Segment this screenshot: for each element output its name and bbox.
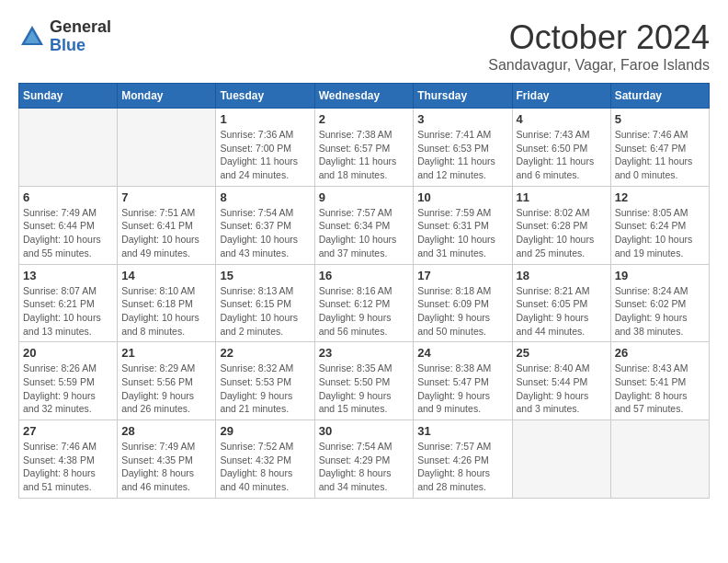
day-info: Sunrise: 7:41 AM Sunset: 6:53 PM Dayligh… [417, 128, 507, 182]
weekday-header-monday: Monday [118, 84, 216, 109]
calendar-cell: 6Sunrise: 7:49 AM Sunset: 6:44 PM Daylig… [19, 186, 118, 264]
logo-icon [18, 23, 46, 51]
logo-general: General [50, 18, 111, 37]
day-number: 21 [121, 346, 211, 360]
calendar-cell: 15Sunrise: 8:13 AM Sunset: 6:15 PM Dayli… [216, 264, 314, 342]
day-info: Sunrise: 7:54 AM Sunset: 4:29 PM Dayligh… [319, 440, 410, 494]
calendar-cell: 31Sunrise: 7:57 AM Sunset: 4:26 PM Dayli… [414, 420, 512, 499]
day-info: Sunrise: 7:52 AM Sunset: 4:32 PM Dayligh… [220, 440, 310, 494]
calendar-week-row: 6Sunrise: 7:49 AM Sunset: 6:44 PM Daylig… [19, 186, 710, 264]
day-info: Sunrise: 8:07 AM Sunset: 6:21 PM Dayligh… [23, 284, 113, 339]
day-number: 22 [220, 346, 310, 360]
day-number: 6 [23, 190, 113, 204]
weekday-header-wednesday: Wednesday [314, 84, 414, 109]
day-info: Sunrise: 7:51 AM Sunset: 6:41 PM Dayligh… [121, 206, 211, 260]
calendar-cell: 30Sunrise: 7:54 AM Sunset: 4:29 PM Dayli… [314, 420, 414, 499]
day-number: 23 [319, 346, 410, 360]
calendar-cell: 10Sunrise: 7:59 AM Sunset: 6:31 PM Dayli… [414, 186, 512, 264]
calendar-week-row: 20Sunrise: 8:26 AM Sunset: 5:59 PM Dayli… [19, 342, 710, 420]
day-number: 17 [417, 269, 507, 282]
month-title: October 2024 [488, 18, 710, 57]
calendar-cell: 24Sunrise: 8:38 AM Sunset: 5:47 PM Dayli… [414, 342, 512, 420]
calendar-cell: 9Sunrise: 7:57 AM Sunset: 6:34 PM Daylig… [314, 186, 414, 264]
logo-text: General Blue [50, 18, 111, 55]
day-info: Sunrise: 8:35 AM Sunset: 5:50 PM Dayligh… [319, 362, 410, 416]
day-number: 26 [615, 346, 705, 360]
calendar-cell: 16Sunrise: 8:16 AM Sunset: 6:12 PM Dayli… [314, 264, 414, 342]
logo-blue: Blue [50, 37, 111, 55]
day-number: 13 [23, 269, 113, 282]
calendar-cell: 23Sunrise: 8:35 AM Sunset: 5:50 PM Dayli… [314, 342, 414, 420]
day-info: Sunrise: 8:32 AM Sunset: 5:53 PM Dayligh… [220, 362, 310, 416]
day-info: Sunrise: 8:05 AM Sunset: 6:24 PM Dayligh… [615, 206, 705, 260]
day-info: Sunrise: 8:02 AM Sunset: 6:28 PM Dayligh… [517, 206, 607, 260]
day-info: Sunrise: 8:40 AM Sunset: 5:44 PM Dayligh… [517, 362, 607, 416]
day-number: 18 [517, 269, 607, 282]
calendar-cell: 21Sunrise: 8:29 AM Sunset: 5:56 PM Dayli… [118, 342, 216, 420]
day-info: Sunrise: 8:18 AM Sunset: 6:09 PM Dayligh… [417, 284, 507, 339]
day-number: 19 [615, 269, 705, 282]
day-number: 31 [417, 424, 507, 438]
page-header: General Blue October 2024 Sandavagur, Va… [18, 18, 710, 74]
weekday-header-thursday: Thursday [414, 84, 512, 109]
calendar-cell [19, 109, 118, 187]
calendar-cell: 1Sunrise: 7:36 AM Sunset: 7:00 PM Daylig… [216, 109, 314, 187]
day-number: 11 [517, 190, 607, 204]
day-info: Sunrise: 7:57 AM Sunset: 6:34 PM Dayligh… [319, 206, 410, 260]
day-number: 8 [220, 190, 310, 204]
day-info: Sunrise: 8:29 AM Sunset: 5:56 PM Dayligh… [121, 362, 211, 416]
day-number: 27 [23, 424, 113, 438]
day-info: Sunrise: 8:16 AM Sunset: 6:12 PM Dayligh… [319, 284, 410, 339]
calendar-cell [610, 420, 709, 499]
calendar-cell: 11Sunrise: 8:02 AM Sunset: 6:28 PM Dayli… [512, 186, 610, 264]
calendar-cell: 22Sunrise: 8:32 AM Sunset: 5:53 PM Dayli… [216, 342, 314, 420]
day-number: 25 [517, 346, 607, 360]
calendar-cell: 27Sunrise: 7:46 AM Sunset: 4:38 PM Dayli… [19, 420, 118, 499]
day-number: 16 [319, 269, 410, 282]
calendar-cell: 26Sunrise: 8:43 AM Sunset: 5:41 PM Dayli… [610, 342, 709, 420]
day-info: Sunrise: 7:38 AM Sunset: 6:57 PM Dayligh… [319, 128, 410, 182]
day-number: 20 [23, 346, 113, 360]
day-info: Sunrise: 7:49 AM Sunset: 4:35 PM Dayligh… [121, 440, 211, 494]
day-info: Sunrise: 8:43 AM Sunset: 5:41 PM Dayligh… [615, 362, 705, 416]
calendar-cell: 12Sunrise: 8:05 AM Sunset: 6:24 PM Dayli… [610, 186, 709, 264]
weekday-header-sunday: Sunday [19, 84, 118, 109]
calendar-table: SundayMondayTuesdayWednesdayThursdayFrid… [18, 83, 710, 499]
day-number: 5 [615, 112, 705, 126]
day-info: Sunrise: 7:46 AM Sunset: 4:38 PM Dayligh… [23, 440, 113, 494]
day-info: Sunrise: 8:10 AM Sunset: 6:18 PM Dayligh… [121, 284, 211, 339]
day-number: 30 [319, 424, 410, 438]
calendar-cell [118, 109, 216, 187]
day-number: 2 [319, 112, 410, 126]
day-number: 12 [615, 190, 705, 204]
day-number: 24 [417, 346, 507, 360]
day-number: 10 [417, 190, 507, 204]
calendar-cell: 29Sunrise: 7:52 AM Sunset: 4:32 PM Dayli… [216, 420, 314, 499]
calendar-cell: 18Sunrise: 8:21 AM Sunset: 6:05 PM Dayli… [512, 264, 610, 342]
calendar-cell [512, 420, 610, 499]
day-info: Sunrise: 7:46 AM Sunset: 6:47 PM Dayligh… [615, 128, 705, 182]
calendar-cell: 28Sunrise: 7:49 AM Sunset: 4:35 PM Dayli… [118, 420, 216, 499]
day-number: 1 [220, 112, 310, 126]
calendar-cell: 2Sunrise: 7:38 AM Sunset: 6:57 PM Daylig… [314, 109, 414, 187]
calendar-cell: 13Sunrise: 8:07 AM Sunset: 6:21 PM Dayli… [19, 264, 118, 342]
day-info: Sunrise: 8:13 AM Sunset: 6:15 PM Dayligh… [220, 284, 310, 339]
calendar-cell: 25Sunrise: 8:40 AM Sunset: 5:44 PM Dayli… [512, 342, 610, 420]
day-info: Sunrise: 8:26 AM Sunset: 5:59 PM Dayligh… [23, 362, 113, 416]
day-info: Sunrise: 7:43 AM Sunset: 6:50 PM Dayligh… [517, 128, 607, 182]
day-number: 9 [319, 190, 410, 204]
day-info: Sunrise: 8:21 AM Sunset: 6:05 PM Dayligh… [517, 284, 607, 339]
day-info: Sunrise: 7:57 AM Sunset: 4:26 PM Dayligh… [417, 440, 507, 494]
day-info: Sunrise: 7:36 AM Sunset: 7:00 PM Dayligh… [220, 128, 310, 182]
day-info: Sunrise: 7:54 AM Sunset: 6:37 PM Dayligh… [220, 206, 310, 260]
logo: General Blue [18, 18, 111, 55]
day-info: Sunrise: 8:38 AM Sunset: 5:47 PM Dayligh… [417, 362, 507, 416]
day-number: 15 [220, 269, 310, 282]
day-number: 3 [417, 112, 507, 126]
calendar-cell: 17Sunrise: 8:18 AM Sunset: 6:09 PM Dayli… [414, 264, 512, 342]
day-number: 29 [220, 424, 310, 438]
calendar-week-row: 13Sunrise: 8:07 AM Sunset: 6:21 PM Dayli… [19, 264, 710, 342]
title-section: October 2024 Sandavagur, Vagar, Faroe Is… [488, 18, 710, 74]
calendar-cell: 20Sunrise: 8:26 AM Sunset: 5:59 PM Dayli… [19, 342, 118, 420]
weekday-header-tuesday: Tuesday [216, 84, 314, 109]
